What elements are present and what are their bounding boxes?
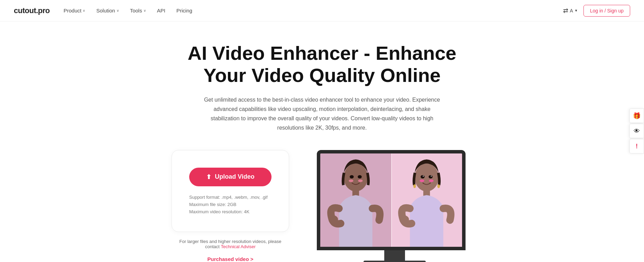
monitor-screen [317, 150, 466, 250]
upload-info: Support format: .mp4, .webm, .mov, .gif … [189, 195, 268, 214]
nav-item-product[interactable]: Product ∨ [64, 8, 85, 13]
eye-icon: 👁 [634, 128, 640, 135]
nav-label-api: API [157, 8, 165, 13]
before-panel [320, 153, 391, 247]
technical-adviser-link[interactable]: Technical Adviser [221, 244, 256, 249]
svg-point-10 [420, 179, 424, 182]
gift-icon: 🎁 [633, 112, 641, 120]
upload-icon: ⬆ [206, 173, 211, 181]
nav-label-product: Product [64, 8, 82, 13]
format-info: Support format: .mp4, .webm, .mov, .gif [189, 195, 268, 200]
svg-point-7 [329, 215, 338, 223]
monitor-stand-neck [384, 250, 405, 261]
gift-button[interactable]: 🎁 [629, 109, 644, 123]
svg-point-15 [431, 175, 432, 177]
logo[interactable]: cutout.pro [14, 6, 50, 15]
svg-point-18 [413, 184, 416, 188]
translate-icon: ⇄ [563, 7, 568, 15]
hero-section: AI Video Enhancer - Enhance Your Video Q… [87, 42, 557, 147]
nav-item-solution[interactable]: Solution ∨ [96, 8, 119, 13]
svg-point-3 [358, 179, 363, 182]
hero-title: AI Video Enhancer - Enhance Your Video Q… [166, 42, 478, 87]
chevron-icon: ∨ [144, 9, 146, 12]
monitor-base [364, 261, 426, 262]
size-info: Maximum file size: 2GB [189, 202, 268, 207]
nav-item-pricing[interactable]: Pricing [176, 8, 192, 13]
svg-point-14 [423, 175, 424, 177]
svg-point-4 [350, 175, 354, 178]
lang-chevron: ▼ [574, 9, 578, 12]
monitor-content [320, 153, 462, 247]
login-button[interactable]: Log in / Sign up [583, 5, 630, 17]
upload-video-button[interactable]: ⬆ Upload Video [189, 168, 272, 186]
nav-label-solution: Solution [96, 8, 115, 13]
navbar-left: cutout.pro Product ∨ Solution ∨ Tools ∨ [14, 6, 192, 15]
purchased-video-link[interactable]: Purchased video > [208, 256, 254, 262]
nav-item-tools[interactable]: Tools ∨ [130, 8, 146, 13]
svg-point-9 [415, 163, 439, 191]
contact-line: For larger files and higher resolution v… [172, 239, 289, 249]
after-panel [391, 153, 462, 247]
nav-label-pricing: Pricing [176, 8, 192, 13]
svg-point-12 [421, 175, 425, 178]
language-button[interactable]: ⇄ A ▼ [563, 7, 578, 15]
alert-icon: ! [636, 143, 638, 150]
upload-button-label: Upload Video [215, 173, 255, 180]
nav-item-api[interactable]: API [157, 8, 165, 13]
nav-label-tools: Tools [130, 8, 142, 13]
svg-point-11 [429, 179, 434, 182]
svg-point-1 [344, 163, 368, 191]
main-content: AI Video Enhancer - Enhance Your Video Q… [80, 21, 564, 262]
content-row: ⬆ Upload Video Support format: .mp4, .we… [87, 150, 557, 262]
upload-section: ⬆ Upload Video Support format: .mp4, .we… [172, 150, 289, 262]
feedback-button[interactable]: 👁 [629, 124, 644, 138]
svg-point-19 [437, 184, 440, 188]
lang-label: A [570, 8, 573, 13]
monitor [317, 150, 472, 262]
svg-point-2 [349, 179, 353, 182]
nav-links: Product ∨ Solution ∨ Tools ∨ API [64, 8, 192, 13]
svg-point-17 [399, 215, 409, 223]
upload-card: ⬆ Upload Video Support format: .mp4, .we… [172, 150, 289, 232]
alert-button[interactable]: ! [629, 139, 644, 153]
svg-point-13 [429, 175, 433, 178]
navbar: cutout.pro Product ∨ Solution ∨ Tools ∨ [0, 0, 644, 21]
svg-point-5 [358, 175, 362, 178]
chevron-icon: ∨ [83, 9, 85, 12]
resolution-info: Maximum video resolution: 4K [189, 209, 268, 214]
monitor-section [317, 150, 472, 262]
hero-subtitle: Get unlimited access to the best-in-clas… [201, 95, 443, 133]
navbar-right: ⇄ A ▼ Log in / Sign up [563, 5, 630, 17]
panel-divider [391, 153, 392, 247]
sidebar-float: 🎁 👁 ! [629, 109, 644, 153]
chevron-icon: ∨ [117, 9, 119, 12]
